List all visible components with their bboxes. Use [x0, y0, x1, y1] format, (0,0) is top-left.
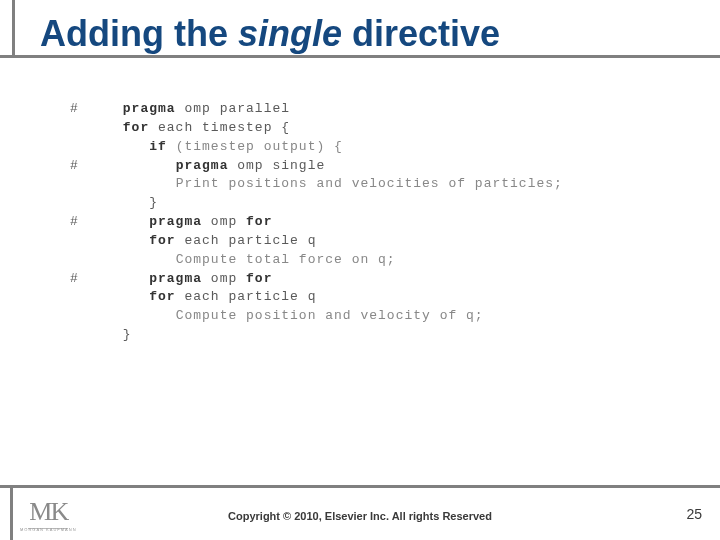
copyright-text: Copyright © 2010, Elsevier Inc. All righ…: [0, 510, 720, 522]
title-pre: Adding the: [40, 13, 238, 54]
code-text: (timestep output) {: [167, 139, 343, 154]
title-italic: single: [238, 13, 342, 54]
code-block: # pragma omp parallel for each timestep …: [70, 100, 670, 345]
kw-for: for: [246, 271, 272, 286]
kw-pragma: pragma: [149, 214, 202, 229]
header: Adding the single directive: [0, 0, 720, 55]
code-brace: }: [149, 195, 158, 210]
kw-if: if: [149, 139, 167, 154]
code-text: omp: [202, 271, 246, 286]
kw-pragma: pragma: [176, 158, 229, 173]
kw-for: for: [123, 120, 149, 135]
logo-sub: MORGAN KAUFMANN: [20, 527, 77, 532]
slide: Adding the single directive # pragma omp…: [0, 0, 720, 540]
kw-for: for: [149, 289, 175, 304]
header-rule-horizontal: [0, 55, 720, 58]
kw-pragma: pragma: [149, 271, 202, 286]
page-title: Adding the single directive: [0, 8, 720, 55]
code-brace: }: [123, 327, 132, 342]
code-text: Print positions and velocities of partic…: [176, 176, 563, 191]
code-text: each particle q: [176, 233, 317, 248]
hash-mark: #: [70, 213, 79, 232]
code-text: each timestep {: [149, 120, 290, 135]
footer-rule-horizontal: [0, 485, 720, 488]
kw-for: for: [246, 214, 272, 229]
code-text: each particle q: [176, 289, 317, 304]
header-rule-vertical: [10, 0, 15, 58]
code-text: Compute total force on q;: [176, 252, 396, 267]
code-text: omp single: [228, 158, 325, 173]
page-number: 25: [686, 506, 702, 522]
hash-mark: #: [70, 270, 79, 289]
title-post: directive: [342, 13, 500, 54]
code-text: Compute position and velocity of q;: [176, 308, 484, 323]
hash-mark: #: [70, 157, 79, 176]
hash-mark: #: [70, 100, 79, 119]
code-text: omp: [202, 214, 246, 229]
kw-pragma: pragma: [123, 101, 176, 116]
code-text: omp parallel: [176, 101, 290, 116]
kw-for: for: [149, 233, 175, 248]
